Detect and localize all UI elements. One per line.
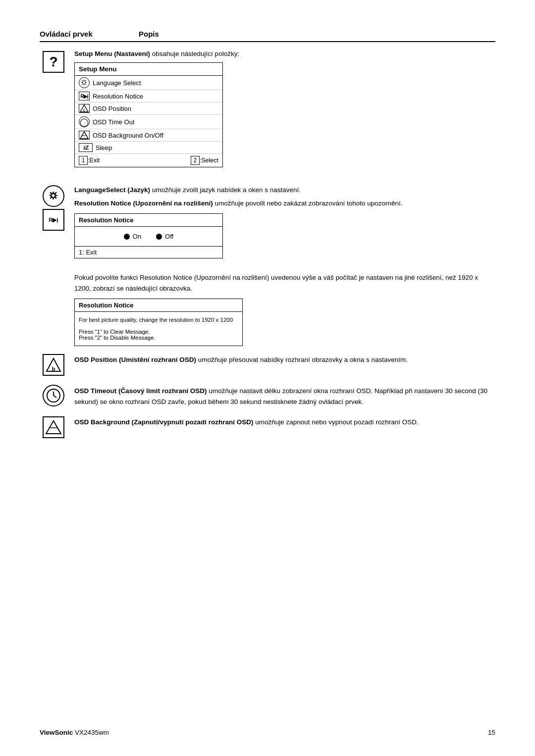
clock-icon: ◯ xyxy=(79,116,90,127)
osd-background-rest: umožňuje zapnout nebo vypnout pozadí roz… xyxy=(254,418,419,426)
sleep-icon: zZ xyxy=(79,143,93,152)
osd-position-icon-col: b xyxy=(40,353,74,376)
background-icon xyxy=(79,131,90,140)
rn-box-title: Resolution Notice xyxy=(75,214,222,227)
rnf-body: For best picture quality, change the res… xyxy=(75,312,242,346)
section-heading-row: Ovládací prvek Popis xyxy=(40,30,495,38)
question-mark-icon: ? xyxy=(43,51,64,73)
resolution-notice-intro-text: Resolution Notice (Upozornění na rozliše… xyxy=(74,199,495,208)
resolution-notice-box: Resolution Notice On Off 1: Exit xyxy=(74,213,223,258)
setup-menu-content: Setup Menu (Nastavení) obsahuje následuj… xyxy=(74,50,495,174)
rnf-line1: For best picture quality, change the res… xyxy=(79,317,238,323)
rn-off-option: Off xyxy=(156,233,173,240)
rnf-line3: Press "2" to Disable Message. xyxy=(79,335,238,341)
dot-on xyxy=(124,234,130,240)
osd-background-icon-col xyxy=(40,415,74,438)
setup-menu-rest: obsahuje následující položky: xyxy=(150,50,239,57)
menu-item-osd-position: b OSD Position xyxy=(75,102,222,115)
clock-icon-large xyxy=(43,385,64,406)
osd-timeout-content: OSD Timeout (Časový limit rozhraní OSD) … xyxy=(74,384,495,407)
language-select-text: LanguageSelect (Jazyk) umožňuje zvolit j… xyxy=(74,186,495,194)
osd-timeout-bold: OSD Timeout (Časový limit rozhraní OSD) xyxy=(74,387,207,395)
menu-item-sleep-label: Sleep xyxy=(96,144,112,151)
osd-timeout-icon-col xyxy=(40,384,74,406)
rn-off-label: Off xyxy=(165,233,173,240)
menu-item-osd-position-label: OSD Position xyxy=(93,105,131,112)
menu-item-language: ⛭ Language Select xyxy=(75,76,222,90)
menu-item-sleep: zZ Sleep xyxy=(75,142,222,154)
rn-on-option: On xyxy=(124,233,141,240)
language-select-content: LanguageSelect (Jazyk) umožňuje zvolit j… xyxy=(74,184,495,265)
rn-footer: 1: Exit xyxy=(75,247,222,258)
rn-on-label: On xyxy=(133,233,141,240)
resolution-notice-body-section: Pokud povolíte funkci Resolution Notice … xyxy=(40,272,495,346)
brand-name: ViewSonic xyxy=(40,729,73,736)
triangle-icon: b xyxy=(43,354,64,376)
model-name: VX2435wm xyxy=(75,729,109,736)
rn-box-body: On Off xyxy=(75,227,222,247)
setup-menu-bold: Setup Menu (Nastavení) xyxy=(74,50,150,57)
menu-item-osd-timeout-label: OSD Time Out xyxy=(93,118,135,126)
header-rule xyxy=(40,41,495,42)
osd-position-icon: b xyxy=(79,104,90,113)
svg-text:b: b xyxy=(83,108,85,112)
resolution-notice-full-box: Resolution Notice For best picture quali… xyxy=(74,299,243,346)
osd-position-rest: umožňuje přesouvat nabídky rozhraní obra… xyxy=(196,356,408,363)
footer-brand: ViewSonic VX2435wm xyxy=(40,729,109,736)
menu-footer: 1:Exit 2:Select xyxy=(75,154,222,167)
resolution-notice-body-text: Pokud povolíte funkci Resolution Notice … xyxy=(74,272,495,294)
menu-footer-select: 2:Select xyxy=(191,156,218,165)
osd-timeout-section: OSD Timeout (Časový limit rozhraní OSD) … xyxy=(40,384,495,407)
osd-position-content: OSD Position (Umístění rozhraní OSD) umo… xyxy=(74,353,495,365)
osd-background-content: OSD Background (Zapnutí/vypnutí pozadí r… xyxy=(74,415,495,427)
globe-icon: ⛭ xyxy=(79,77,90,88)
dot-off xyxy=(156,234,162,240)
setup-menu-section: ? Setup Menu (Nastavení) obsahuje násled… xyxy=(40,50,495,174)
osd-background-text: OSD Background (Zapnutí/vypnutí pozadí r… xyxy=(74,417,495,427)
resolution-icon: R▶| xyxy=(79,92,90,101)
svg-marker-2 xyxy=(80,132,88,139)
resolution-notice-intro-rest: umožňuje povolit nebo zakázat zobrazován… xyxy=(213,200,403,207)
setup-menu-box: Setup Menu ⛭ Language Select R▶| Resolut… xyxy=(74,62,223,167)
col-label-heading: Ovládací prvek xyxy=(40,30,139,38)
svg-text:b: b xyxy=(52,366,55,372)
menu-item-resolution-label: Resolution Notice xyxy=(93,93,143,100)
menu-item-osd-background-label: OSD Background On/Off xyxy=(93,132,163,139)
svg-marker-9 xyxy=(46,421,61,434)
language-select-bold: LanguageSelect (Jazyk) xyxy=(74,186,150,194)
rnf-line2: Press "1" to Clear Message. xyxy=(79,329,238,335)
page-number: 15 xyxy=(488,729,495,736)
osd-background-section: OSD Background (Zapnutí/vypnutí pozadí r… xyxy=(40,415,495,438)
setup-menu-box-title: Setup Menu xyxy=(75,63,222,76)
menu-footer-exit: 1:Exit xyxy=(79,156,100,165)
svg-line-8 xyxy=(54,396,56,398)
resolution-notice-intro-bold: Resolution Notice (Upozornění na rozliše… xyxy=(74,200,213,207)
page-footer: ViewSonic VX2435wm 15 xyxy=(40,729,495,736)
rnf-title: Resolution Notice xyxy=(75,299,242,312)
resolution-icon-large: R▶| xyxy=(43,209,64,231)
globe-icon-large: ⛭ xyxy=(43,185,64,207)
menu-item-language-label: Language Select xyxy=(93,79,141,87)
osd-position-section: b OSD Position (Umístění rozhraní OSD) u… xyxy=(40,353,495,376)
setup-menu-icon: ? xyxy=(40,50,74,73)
osd-background-bold: OSD Background (Zapnutí/vypnutí pozadí r… xyxy=(74,418,254,426)
key-2: 2 xyxy=(191,156,200,165)
language-select-section: ⛭ R▶| LanguageSelect (Jazyk) umožňuje zv… xyxy=(40,184,495,265)
language-select-rest: umožňuje zvolit jazyk nabídek a oken s n… xyxy=(150,186,301,194)
osd-position-bold: OSD Position (Umístění rozhraní OSD) xyxy=(74,356,196,363)
osd-timeout-text: OSD Timeout (Časový limit rozhraní OSD) … xyxy=(74,386,495,407)
col-desc-heading: Popis xyxy=(139,30,159,38)
key-1: 1 xyxy=(79,156,88,165)
osd-position-text: OSD Position (Umístění rozhraní OSD) umo… xyxy=(74,355,495,365)
menu-item-osd-background: OSD Background On/Off xyxy=(75,129,222,142)
language-icons-col: ⛭ R▶| xyxy=(40,184,74,231)
menu-item-resolution: R▶| Resolution Notice xyxy=(75,90,222,102)
menu-item-osd-timeout: ◯ OSD Time Out xyxy=(75,115,222,129)
setup-menu-intro-text: Setup Menu (Nastavení) obsahuje následuj… xyxy=(74,50,495,57)
mountain-icon xyxy=(43,416,64,438)
